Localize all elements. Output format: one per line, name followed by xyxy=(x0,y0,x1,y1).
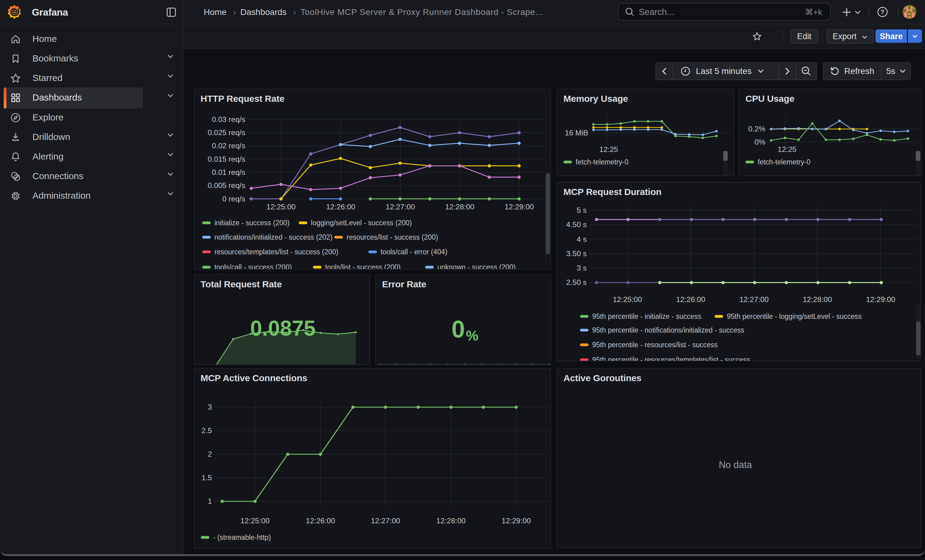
svg-text:12:29:00: 12:29:00 xyxy=(501,516,531,525)
svg-text:?: ? xyxy=(881,8,884,15)
svg-text:5 s: 5 s xyxy=(577,206,587,214)
svg-text:tools/call - success (200): tools/call - success (200) xyxy=(214,263,292,270)
svg-text:12:26:00: 12:26:00 xyxy=(676,295,705,303)
svg-text:4 s: 4 s xyxy=(577,235,587,243)
svg-text:12:27:00: 12:27:00 xyxy=(371,516,400,525)
svg-text:12:26:00: 12:26:00 xyxy=(326,203,355,211)
svg-text:0.015 req/s: 0.015 req/s xyxy=(207,155,245,163)
svg-text:1: 1 xyxy=(208,497,212,505)
svg-text:12:28:00: 12:28:00 xyxy=(803,295,832,303)
svg-text:tools/call - error (404): tools/call - error (404) xyxy=(381,248,447,256)
svg-text:0.005 req/s: 0.005 req/s xyxy=(207,181,245,189)
svg-text:0.01 req/s: 0.01 req/s xyxy=(212,168,245,176)
svg-text:12:27:00: 12:27:00 xyxy=(739,295,769,303)
svg-text:16 MiB: 16 MiB xyxy=(565,129,588,137)
svg-text:12:28:00: 12:28:00 xyxy=(445,203,475,211)
svg-text:2.50 s: 2.50 s xyxy=(566,278,587,287)
svg-text:0.02 req/s: 0.02 req/s xyxy=(212,141,245,150)
svg-text:12:26:00: 12:26:00 xyxy=(306,516,335,525)
svg-text:95th percentile - logging/setL: 95th percentile - logging/setLevel - suc… xyxy=(727,312,862,320)
svg-text:logging/setLevel - success (20: logging/setLevel - success (200) xyxy=(311,219,412,227)
svg-text:1.5: 1.5 xyxy=(201,473,212,482)
svg-text:95th percentile - notification: 95th percentile - notifications/initiali… xyxy=(592,326,744,334)
svg-text:fetch-telemetry-0: fetch-telemetry-0 xyxy=(758,158,811,166)
svg-text:95th percentile - resources/te: 95th percentile - resources/templates/li… xyxy=(592,356,750,361)
svg-text:3.50 s: 3.50 s xyxy=(566,249,587,258)
svg-text:0.0875: 0.0875 xyxy=(250,316,315,340)
svg-text:initialize - success (200): initialize - success (200) xyxy=(214,219,289,227)
svg-text:12:27:00: 12:27:00 xyxy=(386,203,415,211)
svg-text:12:29:00: 12:29:00 xyxy=(866,295,895,303)
svg-text:No data: No data xyxy=(719,459,752,470)
svg-text:12:25:00: 12:25:00 xyxy=(240,516,270,525)
svg-text:3 s: 3 s xyxy=(577,264,587,272)
svg-text:4.50 s: 4.50 s xyxy=(566,221,587,229)
svg-text:0: 0 xyxy=(452,315,465,343)
svg-text:%: % xyxy=(466,328,478,344)
svg-text:95th percentile - initialize -: 95th percentile - initialize - success xyxy=(592,312,701,320)
svg-text:0%: 0% xyxy=(754,138,765,146)
svg-text:0 req/s: 0 req/s xyxy=(222,195,245,203)
svg-text:12:25: 12:25 xyxy=(777,145,797,153)
svg-text:12:28:00: 12:28:00 xyxy=(436,516,466,525)
svg-text:- (streamable-http): - (streamable-http) xyxy=(213,533,271,541)
svg-text:2.5: 2.5 xyxy=(201,426,212,435)
svg-text:fetch-telemetry-0: fetch-telemetry-0 xyxy=(575,158,628,166)
svg-text:notifications/initialized - su: notifications/initialized - success (202… xyxy=(214,233,333,241)
svg-text:unknown - success (200): unknown - success (200) xyxy=(437,263,516,270)
svg-text:3: 3 xyxy=(208,403,212,411)
svg-text:2: 2 xyxy=(208,450,212,458)
svg-text:resources/list - success (200): resources/list - success (200) xyxy=(346,233,438,241)
svg-text:12:25:00: 12:25:00 xyxy=(266,203,295,211)
svg-text:12:29:00: 12:29:00 xyxy=(505,203,534,211)
svg-text:12:25:00: 12:25:00 xyxy=(613,295,642,303)
svg-text:0.2%: 0.2% xyxy=(748,125,765,133)
svg-text:95th percentile - resources/li: 95th percentile - resources/list - succe… xyxy=(592,341,718,349)
svg-text:12:25: 12:25 xyxy=(599,145,618,153)
svg-text:0.03 req/s: 0.03 req/s xyxy=(212,115,245,123)
svg-text:tools/list - success (200): tools/list - success (200) xyxy=(325,263,401,270)
svg-text:0.025 req/s: 0.025 req/s xyxy=(207,128,245,137)
svg-text:resources/templates/list - suc: resources/templates/list - success (200) xyxy=(214,248,338,256)
